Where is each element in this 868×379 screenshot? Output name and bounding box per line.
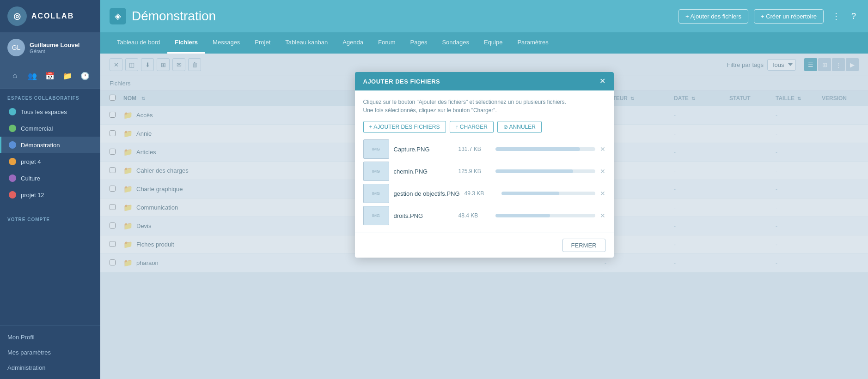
file-progress-bar <box>495 147 595 151</box>
users-icon-btn[interactable]: 👥 <box>25 68 40 83</box>
sidebar-user: GL Guillaume Louvel Gérant <box>0 32 100 63</box>
file-name: Capture.PNG <box>394 146 454 153</box>
sidebar-item-label: Démonstration <box>21 142 60 149</box>
file-size: 48.4 KB <box>458 212 491 219</box>
dot-icon <box>9 141 16 149</box>
sidebar-item-projet4[interactable]: projet 4 <box>0 153 100 170</box>
file-progress-fill <box>501 192 560 195</box>
file-progress-fill <box>495 214 550 217</box>
modal-add-files-button[interactable]: + AJOUTER DES FICHIERS <box>363 121 446 133</box>
sidebar-nav-icons: ⌂ 👥 📅 📁 🕐 <box>0 63 100 89</box>
file-remove-button[interactable]: ✕ <box>600 190 605 197</box>
files-icon-btn[interactable]: 📁 <box>60 68 75 83</box>
logo-icon: ◎ <box>7 6 27 26</box>
tab-sondages[interactable]: Sondages <box>434 32 477 54</box>
file-item: IMG droits.PNG 48.4 KB ✕ <box>363 206 605 225</box>
sidebar-item-label: Culture <box>21 175 40 182</box>
file-remove-button[interactable]: ✕ <box>600 168 605 175</box>
sidebar-item-mes-parametres[interactable]: Mes paramètres <box>0 345 100 360</box>
avatar: GL <box>7 39 25 56</box>
sidebar-item-label: projet 12 <box>21 192 44 199</box>
modal-instruction: Cliquez sur le bouton "Ajouter des fichi… <box>363 98 605 114</box>
modal-charger-button[interactable]: ↑ CHARGER <box>450 121 494 133</box>
file-list: IMG Capture.PNG 131.7 KB ✕ IMG chemin.PN… <box>363 139 605 225</box>
home-icon-btn[interactable]: ⌂ <box>7 68 22 83</box>
file-remove-button[interactable]: ✕ <box>600 145 605 153</box>
main: ◈ Démonstration + Ajouter des fichiers +… <box>100 0 868 379</box>
sidebar-item-culture[interactable]: Culture <box>0 170 100 186</box>
sidebar: ◎ ACOLLAB GL Guillaume Louvel Gérant ⌂ 👥… <box>0 0 100 379</box>
sidebar-item-tous-espaces[interactable]: Tous les espaces <box>0 103 100 120</box>
sidebar-item-administration[interactable]: Administration <box>0 360 100 375</box>
dot-icon <box>9 108 16 115</box>
section-collaboratif-label: ESPACES COLLABORATIFS <box>0 89 100 103</box>
sidebar-item-commercial[interactable]: Commercial <box>0 120 100 137</box>
modal-header: AJOUTER DES FICHIERS ✕ <box>355 72 614 90</box>
file-remove-button[interactable]: ✕ <box>600 212 605 219</box>
user-role: Gérant <box>30 48 79 54</box>
dot-icon <box>9 158 16 165</box>
modal-footer: FERMER <box>355 233 614 258</box>
sidebar-item-demonstration[interactable]: Démonstration <box>0 137 100 153</box>
add-files-modal: AJOUTER DES FICHIERS ✕ Cliquez sur le bo… <box>355 72 614 258</box>
header: ◈ Démonstration + Ajouter des fichiers +… <box>100 0 868 32</box>
create-folder-button[interactable]: + Créer un répertoire <box>754 9 824 24</box>
logo-text: ACOLLAB <box>31 12 74 20</box>
tab-forum[interactable]: Forum <box>371 32 403 54</box>
sidebar-logo: ◎ ACOLLAB <box>0 0 100 32</box>
clock-icon-btn[interactable]: 🕐 <box>78 68 92 83</box>
modal-instruction-line2: Une fois sélectionnés, cliquez sur le bo… <box>363 107 497 114</box>
modal-body: Cliquez sur le bouton "Ajouter des fichi… <box>355 90 614 233</box>
file-thumbnail: IMG <box>363 162 389 181</box>
modal-annuler-button[interactable]: ⊘ ANNULER <box>497 121 542 133</box>
file-progress-bar <box>501 192 595 195</box>
file-item: IMG Capture.PNG 131.7 KB ✕ <box>363 139 605 159</box>
tab-projet[interactable]: Projet <box>247 32 278 54</box>
file-item: IMG gestion de objectifs.PNG 49.3 KB ✕ <box>363 184 605 203</box>
header-logo-icon: ◈ <box>110 8 126 24</box>
modal-overlay: AJOUTER DES FICHIERS ✕ Cliquez sur le bo… <box>100 54 868 379</box>
content-area: ✕ ◫ ⬇ ⊞ ✉ 🗑 Filtre par tags Tous ☰ ⊞ ⋮ ▶… <box>100 54 868 379</box>
sidebar-bottom: Mon Profil Mes paramètres Administration <box>0 325 100 379</box>
file-name: gestion de objectifs.PNG <box>394 190 460 197</box>
sidebar-item-label: projet 4 <box>21 158 41 165</box>
tab-agenda[interactable]: Agenda <box>335 32 371 54</box>
modal-close-button[interactable]: ✕ <box>599 78 605 85</box>
dot-icon <box>9 174 16 182</box>
tab-fichiers[interactable]: Fichiers <box>167 32 205 54</box>
calendar-icon-btn[interactable]: 📅 <box>43 68 57 83</box>
file-thumbnail: IMG <box>363 139 389 159</box>
file-item: IMG chemin.PNG 125.9 KB ✕ <box>363 162 605 181</box>
file-thumbnail: IMG <box>363 184 389 203</box>
section-compte-label: VOTRE COMPTE <box>0 211 100 225</box>
file-progress-fill <box>495 147 581 151</box>
dot-icon <box>9 125 16 132</box>
tab-pages[interactable]: Pages <box>403 32 435 54</box>
file-name: chemin.PNG <box>394 168 454 175</box>
more-options-icon[interactable]: ⋮ <box>829 9 843 23</box>
modal-actions: + AJOUTER DES FICHIERS ↑ CHARGER ⊘ ANNUL… <box>363 121 605 133</box>
tab-tableau-kanban[interactable]: Tableau kanban <box>278 32 335 54</box>
help-icon[interactable]: ? <box>849 10 859 23</box>
file-progress-bar <box>495 214 595 217</box>
header-actions: + Ajouter des fichiers + Créer un répert… <box>679 9 859 24</box>
user-name: Guillaume Louvel <box>30 42 79 48</box>
sidebar-item-projet12[interactable]: projet 12 <box>0 186 100 203</box>
file-progress-bar <box>495 169 595 173</box>
tab-messages[interactable]: Messages <box>205 32 247 54</box>
dot-icon <box>9 191 16 199</box>
tab-parametres[interactable]: Paramètres <box>510 32 556 54</box>
tab-tableau-de-bord[interactable]: Tableau de bord <box>110 32 167 54</box>
avatar-initials: GL <box>12 44 21 51</box>
file-thumbnail: IMG <box>363 206 389 225</box>
file-progress-fill <box>495 169 573 173</box>
add-files-button[interactable]: + Ajouter des fichiers <box>679 9 748 24</box>
sidebar-item-label: Commercial <box>21 125 53 132</box>
header-title: Démonstration <box>132 9 216 24</box>
file-size: 49.3 KB <box>465 190 497 197</box>
modal-fermer-button[interactable]: FERMER <box>562 239 605 252</box>
modal-instruction-line1: Cliquez sur le bouton "Ajouter des fichi… <box>363 99 566 105</box>
sidebar-item-mon-profil[interactable]: Mon Profil <box>0 330 100 345</box>
tab-equipe[interactable]: Equipe <box>477 32 510 54</box>
user-info: Guillaume Louvel Gérant <box>30 42 79 54</box>
